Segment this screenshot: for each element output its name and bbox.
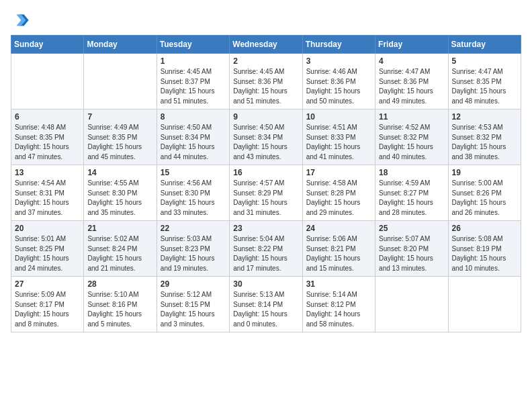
day-info: Sunrise: 5:01 AMSunset: 8:25 PMDaylight:… xyxy=(15,234,80,273)
calendar-cell: 7Sunrise: 4:49 AMSunset: 8:35 PMDaylight… xyxy=(84,109,157,165)
calendar-cell: 4Sunrise: 4:47 AMSunset: 8:36 PMDaylight… xyxy=(375,54,448,109)
calendar-cell: 1Sunrise: 4:45 AMSunset: 8:37 PMDaylight… xyxy=(157,54,229,109)
calendar-cell: 27Sunrise: 5:09 AMSunset: 8:17 PMDayligh… xyxy=(11,277,84,332)
calendar-week-row: 20Sunrise: 5:01 AMSunset: 8:25 PMDayligh… xyxy=(11,221,521,277)
day-number: 18 xyxy=(379,168,444,177)
day-number: 14 xyxy=(87,168,152,177)
day-number: 1 xyxy=(161,56,226,66)
day-info: Sunrise: 5:00 AMSunset: 8:26 PMDaylight:… xyxy=(452,179,517,218)
day-number: 19 xyxy=(452,168,517,177)
calendar-cell: 19Sunrise: 5:00 AMSunset: 8:26 PMDayligh… xyxy=(448,165,521,221)
calendar-cell: 14Sunrise: 4:55 AMSunset: 8:30 PMDayligh… xyxy=(84,165,157,221)
day-info: Sunrise: 4:51 AMSunset: 8:33 PMDaylight:… xyxy=(306,123,371,162)
calendar-cell: 25Sunrise: 5:07 AMSunset: 8:20 PMDayligh… xyxy=(375,221,448,277)
day-info: Sunrise: 4:50 AMSunset: 8:34 PMDaylight:… xyxy=(161,123,226,162)
calendar-cell: 9Sunrise: 4:50 AMSunset: 8:34 PMDaylight… xyxy=(230,109,302,165)
day-info: Sunrise: 4:45 AMSunset: 8:37 PMDaylight:… xyxy=(161,67,226,106)
day-number: 12 xyxy=(452,112,517,122)
day-number: 15 xyxy=(161,168,226,177)
day-info: Sunrise: 4:53 AMSunset: 8:32 PMDaylight:… xyxy=(452,123,517,162)
day-number: 10 xyxy=(306,112,371,122)
day-number: 26 xyxy=(452,224,517,233)
calendar-cell: 18Sunrise: 4:59 AMSunset: 8:27 PMDayligh… xyxy=(375,165,448,221)
day-number: 30 xyxy=(233,279,298,289)
day-of-week-header: Saturday xyxy=(448,36,521,54)
day-info: Sunrise: 4:47 AMSunset: 8:36 PMDaylight:… xyxy=(379,67,444,106)
day-of-week-header: Thursday xyxy=(302,36,375,54)
day-number: 24 xyxy=(306,224,371,233)
calendar-cell: 17Sunrise: 4:58 AMSunset: 8:28 PMDayligh… xyxy=(302,165,375,221)
day-number: 28 xyxy=(87,279,152,289)
day-info: Sunrise: 4:47 AMSunset: 8:35 PMDaylight:… xyxy=(452,67,517,106)
day-number: 6 xyxy=(15,112,80,122)
day-number: 7 xyxy=(87,112,152,122)
calendar-cell: 30Sunrise: 5:13 AMSunset: 8:14 PMDayligh… xyxy=(230,277,302,332)
calendar-cell xyxy=(11,54,84,109)
calendar-cell: 11Sunrise: 4:52 AMSunset: 8:32 PMDayligh… xyxy=(375,109,448,165)
day-info: Sunrise: 4:46 AMSunset: 8:36 PMDaylight:… xyxy=(306,67,371,106)
calendar-header-row: SundayMondayTuesdayWednesdayThursdayFrid… xyxy=(11,36,521,54)
calendar-week-row: 27Sunrise: 5:09 AMSunset: 8:17 PMDayligh… xyxy=(11,277,521,332)
day-of-week-header: Monday xyxy=(84,36,157,54)
page-header xyxy=(11,11,521,30)
calendar-cell: 2Sunrise: 4:45 AMSunset: 8:36 PMDaylight… xyxy=(230,54,302,109)
day-number: 4 xyxy=(379,56,444,66)
day-info: Sunrise: 4:49 AMSunset: 8:35 PMDaylight:… xyxy=(87,123,152,162)
day-number: 23 xyxy=(233,224,298,233)
calendar-cell: 21Sunrise: 5:02 AMSunset: 8:24 PMDayligh… xyxy=(84,221,157,277)
day-info: Sunrise: 4:57 AMSunset: 8:29 PMDaylight:… xyxy=(233,179,298,218)
day-info: Sunrise: 5:02 AMSunset: 8:24 PMDaylight:… xyxy=(87,234,152,273)
day-info: Sunrise: 4:58 AMSunset: 8:28 PMDaylight:… xyxy=(306,179,371,218)
calendar-cell: 20Sunrise: 5:01 AMSunset: 8:25 PMDayligh… xyxy=(11,221,84,277)
day-number: 2 xyxy=(233,56,298,66)
calendar-cell xyxy=(375,277,448,332)
day-info: Sunrise: 5:03 AMSunset: 8:23 PMDaylight:… xyxy=(161,234,226,273)
day-number: 29 xyxy=(161,279,226,289)
day-number: 21 xyxy=(87,224,152,233)
calendar-cell: 12Sunrise: 4:53 AMSunset: 8:32 PMDayligh… xyxy=(448,109,521,165)
calendar-cell: 6Sunrise: 4:48 AMSunset: 8:35 PMDaylight… xyxy=(11,109,84,165)
day-number: 20 xyxy=(15,224,80,233)
day-info: Sunrise: 5:04 AMSunset: 8:22 PMDaylight:… xyxy=(233,234,298,273)
calendar-cell: 16Sunrise: 4:57 AMSunset: 8:29 PMDayligh… xyxy=(230,165,302,221)
calendar-cell xyxy=(448,277,521,332)
day-info: Sunrise: 4:45 AMSunset: 8:36 PMDaylight:… xyxy=(233,67,298,106)
calendar-cell: 22Sunrise: 5:03 AMSunset: 8:23 PMDayligh… xyxy=(157,221,229,277)
calendar-cell: 15Sunrise: 4:56 AMSunset: 8:30 PMDayligh… xyxy=(157,165,229,221)
calendar-cell: 28Sunrise: 5:10 AMSunset: 8:16 PMDayligh… xyxy=(84,277,157,332)
day-of-week-header: Sunday xyxy=(11,36,84,54)
calendar-cell: 5Sunrise: 4:47 AMSunset: 8:35 PMDaylight… xyxy=(448,54,521,109)
day-number: 3 xyxy=(306,56,371,66)
calendar-table: SundayMondayTuesdayWednesdayThursdayFrid… xyxy=(11,35,521,332)
day-info: Sunrise: 4:50 AMSunset: 8:34 PMDaylight:… xyxy=(233,123,298,162)
calendar-week-row: 1Sunrise: 4:45 AMSunset: 8:37 PMDaylight… xyxy=(11,54,521,109)
day-number: 27 xyxy=(15,279,80,289)
day-number: 5 xyxy=(452,56,517,66)
day-number: 31 xyxy=(306,279,371,289)
calendar-cell: 10Sunrise: 4:51 AMSunset: 8:33 PMDayligh… xyxy=(302,109,375,165)
day-info: Sunrise: 5:08 AMSunset: 8:19 PMDaylight:… xyxy=(452,234,517,273)
day-number: 9 xyxy=(233,112,298,122)
calendar-cell: 3Sunrise: 4:46 AMSunset: 8:36 PMDaylight… xyxy=(302,54,375,109)
day-info: Sunrise: 5:14 AMSunset: 8:12 PMDaylight:… xyxy=(306,290,371,329)
day-number: 17 xyxy=(306,168,371,177)
day-number: 8 xyxy=(161,112,226,122)
calendar-cell: 23Sunrise: 5:04 AMSunset: 8:22 PMDayligh… xyxy=(230,221,302,277)
calendar-week-row: 6Sunrise: 4:48 AMSunset: 8:35 PMDaylight… xyxy=(11,109,521,165)
day-info: Sunrise: 4:52 AMSunset: 8:32 PMDaylight:… xyxy=(379,123,444,162)
day-info: Sunrise: 4:48 AMSunset: 8:35 PMDaylight:… xyxy=(15,123,80,162)
day-info: Sunrise: 5:07 AMSunset: 8:20 PMDaylight:… xyxy=(379,234,444,273)
calendar-cell: 26Sunrise: 5:08 AMSunset: 8:19 PMDayligh… xyxy=(448,221,521,277)
day-info: Sunrise: 4:56 AMSunset: 8:30 PMDaylight:… xyxy=(161,179,226,218)
day-number: 11 xyxy=(379,112,444,122)
logo-icon xyxy=(11,11,30,30)
day-info: Sunrise: 4:54 AMSunset: 8:31 PMDaylight:… xyxy=(15,179,80,218)
day-info: Sunrise: 5:09 AMSunset: 8:17 PMDaylight:… xyxy=(15,290,80,329)
day-info: Sunrise: 4:55 AMSunset: 8:30 PMDaylight:… xyxy=(87,179,152,218)
day-info: Sunrise: 4:59 AMSunset: 8:27 PMDaylight:… xyxy=(379,179,444,218)
day-info: Sunrise: 5:06 AMSunset: 8:21 PMDaylight:… xyxy=(306,234,371,273)
day-number: 16 xyxy=(233,168,298,177)
calendar-cell: 31Sunrise: 5:14 AMSunset: 8:12 PMDayligh… xyxy=(302,277,375,332)
day-number: 25 xyxy=(379,224,444,233)
calendar-cell: 24Sunrise: 5:06 AMSunset: 8:21 PMDayligh… xyxy=(302,221,375,277)
